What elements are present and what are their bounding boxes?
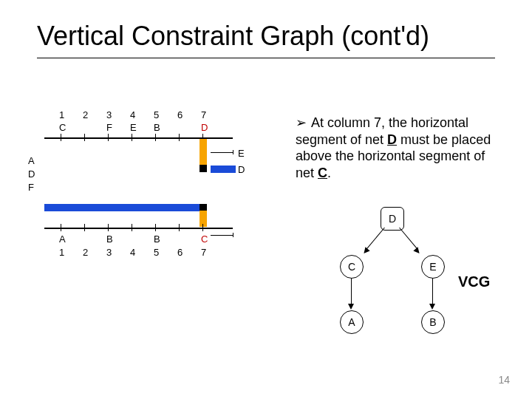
vcg-node-c: C (340, 255, 364, 279)
tick (179, 134, 180, 141)
pin-top: B (154, 122, 160, 133)
col-num: 6 (177, 109, 183, 120)
edge-d-c (366, 228, 385, 250)
bullet-seg: . (327, 166, 331, 180)
pin-top: C (59, 122, 66, 133)
edge-e-b (432, 279, 433, 305)
bottom-rail (44, 228, 233, 229)
tick (202, 224, 203, 231)
col-num: 7 (201, 247, 206, 258)
tick (108, 224, 109, 231)
net-c-horizontal (44, 204, 207, 211)
arrowhead-icon (429, 304, 435, 310)
bullet-net-d: D (387, 132, 397, 147)
bullet-text: ➢At column 7, the horizontal segment of … (296, 115, 495, 181)
arrowhead-icon (348, 304, 354, 310)
tick (61, 134, 61, 141)
tick (155, 134, 156, 141)
pin-bot: B (154, 233, 160, 245)
vcg-node-b: B (421, 310, 445, 334)
tick (179, 224, 180, 231)
pin-top-highlight: D (201, 122, 208, 133)
row-label: A (28, 155, 35, 166)
tick (132, 224, 132, 231)
pin-right: D (238, 164, 245, 175)
pin-bot: B (106, 233, 113, 245)
col-num: 6 (177, 247, 183, 258)
slide-number: 14 (498, 374, 510, 386)
col-num: 5 (154, 109, 159, 120)
tick (61, 224, 61, 231)
exit-rail (211, 152, 233, 153)
slide-title: Vertical Constraint Graph (cont'd) (37, 21, 429, 52)
net-d-vertical (200, 139, 207, 168)
net-c-vertical (200, 211, 207, 227)
vcg-node-a: A (340, 310, 364, 334)
pin-bot: A (59, 233, 66, 245)
col-num: 4 (130, 109, 135, 120)
tick (84, 224, 85, 231)
col-num: 3 (106, 109, 112, 120)
col-num: 1 (59, 247, 64, 258)
tick (233, 150, 233, 154)
bullet-arrow-icon: ➢ (296, 115, 307, 132)
channel-schematic: A D F 1 2 3 4 5 6 7 C F E B D E D A B B (44, 111, 259, 281)
col-num: 3 (106, 247, 112, 258)
net-segment-d-exit (211, 166, 236, 173)
col-num: 2 (83, 247, 88, 258)
pin-top: E (130, 122, 137, 133)
col-num: 7 (201, 109, 206, 120)
edge-c-a (351, 279, 352, 305)
vcg-graph: D C E A B (310, 207, 473, 340)
row-label: F (28, 182, 34, 193)
col-num: 4 (130, 247, 135, 258)
via (200, 165, 207, 172)
edge-d-e (399, 228, 417, 250)
tick (132, 134, 132, 141)
col-num: 1 (59, 109, 64, 120)
tick (233, 233, 233, 237)
col-num: 2 (83, 109, 88, 120)
tick (108, 134, 109, 141)
pin-bot-highlight: C (201, 233, 208, 245)
bullet-net-c: C (318, 166, 327, 180)
tick (84, 134, 85, 141)
arrowhead-icon (413, 247, 421, 255)
vcg-node-e: E (421, 255, 445, 279)
vcg-label: VCG (458, 273, 490, 290)
tick (155, 224, 156, 231)
title-underline (37, 58, 495, 58)
row-label: D (28, 168, 35, 180)
exit-rail (211, 235, 233, 236)
pin-top: F (106, 122, 112, 133)
pin-right: E (238, 148, 245, 159)
arrowhead-icon (361, 247, 369, 255)
col-num: 5 (154, 247, 159, 258)
